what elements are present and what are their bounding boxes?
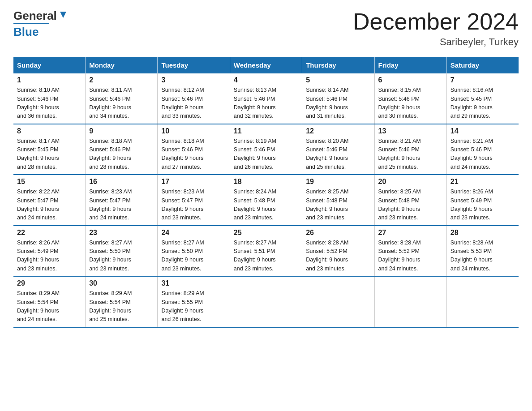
day-info: Sunrise: 8:12 AM Sunset: 5:46 PM Dayligh… xyxy=(161,86,226,121)
day-info: Sunrise: 8:29 AM Sunset: 5:54 PM Dayligh… xyxy=(17,289,82,324)
calendar-cell: 7 Sunrise: 8:16 AM Sunset: 5:45 PM Dayli… xyxy=(446,73,519,124)
calendar-cell: 5 Sunrise: 8:14 AM Sunset: 5:46 PM Dayli… xyxy=(302,73,374,124)
day-number: 30 xyxy=(89,279,154,287)
day-number: 31 xyxy=(161,279,226,287)
calendar-cell: 29 Sunrise: 8:29 AM Sunset: 5:54 PM Dayl… xyxy=(13,276,86,327)
week-row-1: 1 Sunrise: 8:10 AM Sunset: 5:46 PM Dayli… xyxy=(13,73,519,124)
week-row-4: 22 Sunrise: 8:26 AM Sunset: 5:49 PM Dayl… xyxy=(13,226,519,277)
day-number: 5 xyxy=(306,76,370,84)
calendar-cell: 31 Sunrise: 8:29 AM Sunset: 5:55 PM Dayl… xyxy=(158,276,230,327)
day-number: 17 xyxy=(161,178,226,186)
calendar-cell: 21 Sunrise: 8:26 AM Sunset: 5:49 PM Dayl… xyxy=(446,175,519,226)
day-number: 1 xyxy=(17,76,82,84)
svg-marker-0 xyxy=(60,12,66,18)
calendar-cell: 16 Sunrise: 8:23 AM Sunset: 5:47 PM Dayl… xyxy=(86,175,158,226)
day-number: 25 xyxy=(234,229,298,237)
calendar-cell: 17 Sunrise: 8:23 AM Sunset: 5:47 PM Dayl… xyxy=(158,175,230,226)
calendar-subtitle: Saribeyler, Turkey xyxy=(353,36,519,48)
calendar-cell: 26 Sunrise: 8:28 AM Sunset: 5:52 PM Dayl… xyxy=(302,226,374,277)
day-info: Sunrise: 8:21 AM Sunset: 5:46 PM Dayligh… xyxy=(450,137,515,172)
calendar-cell: 9 Sunrise: 8:18 AM Sunset: 5:46 PM Dayli… xyxy=(86,124,158,175)
day-number: 29 xyxy=(17,279,82,287)
calendar-title: December 2024 xyxy=(353,9,519,34)
calendar-cell: 14 Sunrise: 8:21 AM Sunset: 5:46 PM Dayl… xyxy=(446,124,519,175)
calendar-cell: 25 Sunrise: 8:27 AM Sunset: 5:51 PM Dayl… xyxy=(230,226,302,277)
day-info: Sunrise: 8:26 AM Sunset: 5:49 PM Dayligh… xyxy=(450,188,515,223)
calendar-cell: 30 Sunrise: 8:29 AM Sunset: 5:54 PM Dayl… xyxy=(86,276,158,327)
header-thursday: Thursday xyxy=(302,57,374,73)
day-number: 18 xyxy=(234,178,298,186)
header-friday: Friday xyxy=(374,57,446,73)
day-info: Sunrise: 8:25 AM Sunset: 5:48 PM Dayligh… xyxy=(306,188,370,223)
calendar-cell: 10 Sunrise: 8:18 AM Sunset: 5:46 PM Dayl… xyxy=(158,124,230,175)
day-info: Sunrise: 8:20 AM Sunset: 5:46 PM Dayligh… xyxy=(306,137,370,172)
calendar-cell: 28 Sunrise: 8:28 AM Sunset: 5:53 PM Dayl… xyxy=(446,226,519,277)
day-number: 13 xyxy=(378,127,443,135)
day-info: Sunrise: 8:29 AM Sunset: 5:55 PM Dayligh… xyxy=(161,289,226,324)
day-number: 4 xyxy=(234,76,298,84)
day-info: Sunrise: 8:21 AM Sunset: 5:46 PM Dayligh… xyxy=(378,137,443,172)
day-info: Sunrise: 8:15 AM Sunset: 5:46 PM Dayligh… xyxy=(378,86,443,121)
calendar-cell: 11 Sunrise: 8:19 AM Sunset: 5:46 PM Dayl… xyxy=(230,124,302,175)
calendar-title-block: December 2024 Saribeyler, Turkey xyxy=(353,9,519,48)
header-monday: Monday xyxy=(86,57,158,73)
day-number: 3 xyxy=(161,76,226,84)
calendar-cell: 15 Sunrise: 8:22 AM Sunset: 5:47 PM Dayl… xyxy=(13,175,86,226)
day-info: Sunrise: 8:27 AM Sunset: 5:50 PM Dayligh… xyxy=(161,239,226,274)
day-number: 6 xyxy=(378,76,443,84)
day-info: Sunrise: 8:24 AM Sunset: 5:48 PM Dayligh… xyxy=(234,188,298,223)
day-info: Sunrise: 8:13 AM Sunset: 5:46 PM Dayligh… xyxy=(234,86,298,121)
calendar-cell: 1 Sunrise: 8:10 AM Sunset: 5:46 PM Dayli… xyxy=(13,73,86,124)
header-sunday: Sunday xyxy=(13,57,86,73)
logo-arrow-icon xyxy=(58,10,68,20)
week-row-2: 8 Sunrise: 8:17 AM Sunset: 5:45 PM Dayli… xyxy=(13,124,519,175)
calendar-cell xyxy=(374,276,446,327)
day-number: 16 xyxy=(89,178,154,186)
day-info: Sunrise: 8:11 AM Sunset: 5:46 PM Dayligh… xyxy=(89,86,154,121)
day-info: Sunrise: 8:23 AM Sunset: 5:47 PM Dayligh… xyxy=(161,188,226,223)
page-header: General Blue December 2024 Saribeyler, T… xyxy=(13,9,519,48)
day-number: 15 xyxy=(17,178,82,186)
calendar-cell: 22 Sunrise: 8:26 AM Sunset: 5:49 PM Dayl… xyxy=(13,226,86,277)
day-info: Sunrise: 8:22 AM Sunset: 5:47 PM Dayligh… xyxy=(17,188,82,223)
day-info: Sunrise: 8:16 AM Sunset: 5:45 PM Dayligh… xyxy=(450,86,515,121)
day-number: 27 xyxy=(378,229,443,237)
logo-blue-text: Blue xyxy=(13,23,49,39)
calendar-cell: 13 Sunrise: 8:21 AM Sunset: 5:46 PM Dayl… xyxy=(374,124,446,175)
calendar-cell: 2 Sunrise: 8:11 AM Sunset: 5:46 PM Dayli… xyxy=(86,73,158,124)
calendar-cell: 19 Sunrise: 8:25 AM Sunset: 5:48 PM Dayl… xyxy=(302,175,374,226)
day-number: 20 xyxy=(378,178,443,186)
day-info: Sunrise: 8:18 AM Sunset: 5:46 PM Dayligh… xyxy=(161,137,226,172)
day-number: 8 xyxy=(17,127,82,135)
day-info: Sunrise: 8:26 AM Sunset: 5:49 PM Dayligh… xyxy=(17,239,82,274)
header-tuesday: Tuesday xyxy=(158,57,230,73)
calendar-cell: 23 Sunrise: 8:27 AM Sunset: 5:50 PM Dayl… xyxy=(86,226,158,277)
day-info: Sunrise: 8:17 AM Sunset: 5:45 PM Dayligh… xyxy=(17,137,82,172)
day-info: Sunrise: 8:28 AM Sunset: 5:52 PM Dayligh… xyxy=(378,239,443,274)
day-number: 7 xyxy=(450,76,515,84)
day-number: 22 xyxy=(17,229,82,237)
calendar-cell: 20 Sunrise: 8:25 AM Sunset: 5:48 PM Dayl… xyxy=(374,175,446,226)
calendar-cell: 24 Sunrise: 8:27 AM Sunset: 5:50 PM Dayl… xyxy=(158,226,230,277)
week-row-3: 15 Sunrise: 8:22 AM Sunset: 5:47 PM Dayl… xyxy=(13,175,519,226)
day-number: 19 xyxy=(306,178,370,186)
day-number: 28 xyxy=(450,229,515,237)
calendar-table: SundayMondayTuesdayWednesdayThursdayFrid… xyxy=(13,57,519,328)
logo-general-text: General xyxy=(13,9,57,23)
header-saturday: Saturday xyxy=(446,57,519,73)
day-number: 21 xyxy=(450,178,515,186)
calendar-cell: 12 Sunrise: 8:20 AM Sunset: 5:46 PM Dayl… xyxy=(302,124,374,175)
day-info: Sunrise: 8:18 AM Sunset: 5:46 PM Dayligh… xyxy=(89,137,154,172)
calendar-cell xyxy=(446,276,519,327)
day-number: 10 xyxy=(161,127,226,135)
week-row-5: 29 Sunrise: 8:29 AM Sunset: 5:54 PM Dayl… xyxy=(13,276,519,327)
calendar-cell xyxy=(302,276,374,327)
day-number: 14 xyxy=(450,127,515,135)
day-info: Sunrise: 8:27 AM Sunset: 5:51 PM Dayligh… xyxy=(234,239,298,274)
day-info: Sunrise: 8:28 AM Sunset: 5:53 PM Dayligh… xyxy=(450,239,515,274)
calendar-cell: 27 Sunrise: 8:28 AM Sunset: 5:52 PM Dayl… xyxy=(374,226,446,277)
header-wednesday: Wednesday xyxy=(230,57,302,73)
day-info: Sunrise: 8:27 AM Sunset: 5:50 PM Dayligh… xyxy=(89,239,154,274)
day-info: Sunrise: 8:28 AM Sunset: 5:52 PM Dayligh… xyxy=(306,239,370,274)
day-number: 2 xyxy=(89,76,154,84)
